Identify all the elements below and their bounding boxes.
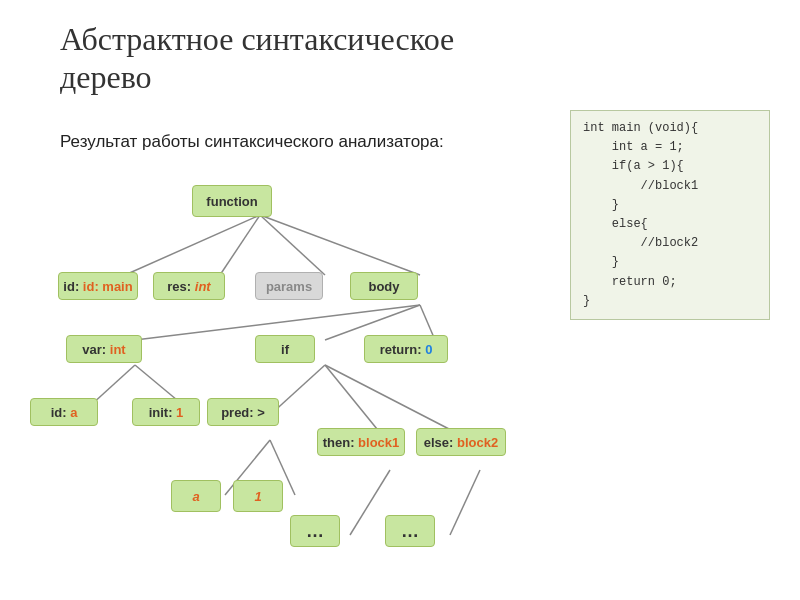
node-then-block1: then: block1 <box>317 428 405 456</box>
node-dots1: … <box>290 515 340 547</box>
node-pred-gt: pred: > <box>207 398 279 426</box>
node-body: body <box>350 272 418 300</box>
node-res-int: res: int <box>153 272 225 300</box>
node-var-int: var: int <box>66 335 142 363</box>
node-function: function <box>192 185 272 217</box>
svg-line-2 <box>260 215 325 275</box>
svg-line-14 <box>350 470 390 535</box>
node-dots2: … <box>385 515 435 547</box>
node-return-0: return: 0 <box>364 335 448 363</box>
title: Абстрактное синтаксическое дерево <box>60 20 480 97</box>
node-init-1: init: 1 <box>132 398 200 426</box>
node-if: if <box>255 335 315 363</box>
svg-line-3 <box>260 215 420 275</box>
node-a: a <box>171 480 221 512</box>
node-id-a: id: a <box>30 398 98 426</box>
tree-lines <box>30 180 520 600</box>
subtitle: Результат работы синтаксического анализа… <box>60 130 444 154</box>
node-params: params <box>255 272 323 300</box>
node-one: 1 <box>233 480 283 512</box>
node-id-main: id: id: main <box>58 272 138 300</box>
svg-line-15 <box>450 470 480 535</box>
code-box: int main (void){ int a = 1; if(a > 1){ /… <box>570 110 770 320</box>
node-else-block2: else: block2 <box>416 428 506 456</box>
